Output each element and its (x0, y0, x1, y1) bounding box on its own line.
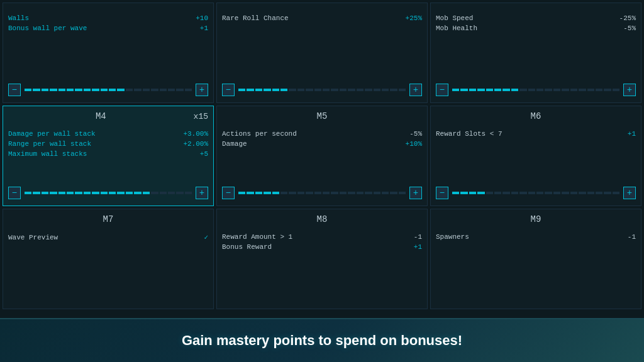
slider-minus-btn[interactable]: − (222, 187, 235, 199)
slider-minus-btn[interactable]: − (436, 84, 448, 96)
slider-dash-16 (160, 89, 167, 91)
slider-dash-2 (469, 192, 476, 194)
slider-plus-btn[interactable]: + (623, 187, 636, 199)
card-row-0: Reward Slots < 7 +1 (436, 129, 636, 139)
row-label-0: Actions per second (222, 130, 297, 138)
card-title: M6 (436, 111, 636, 121)
card-header: M4 x15 (8, 111, 208, 124)
slider-plus-btn[interactable]: + (409, 84, 422, 96)
slider-dash-11 (331, 89, 338, 91)
card-row-0: Mob Speed -25% (436, 13, 636, 23)
slider-dash-1 (460, 192, 467, 194)
slider-dash-12 (340, 192, 347, 194)
slider-minus-btn[interactable]: − (8, 187, 21, 199)
card-header: M9 (436, 214, 636, 227)
slider-dash-0 (452, 192, 459, 194)
row-value-1: +10% (406, 140, 422, 148)
card-content: M7 Wave Preview ✓ (8, 214, 208, 268)
slider-dash-12 (340, 89, 347, 91)
slider-plus-btn[interactable]: + (409, 187, 422, 199)
row-value-0: ✓ (204, 233, 208, 241)
slider-dash-11 (331, 192, 338, 194)
card-content: M9 Spawners -1 (436, 214, 636, 267)
card-title: M4 (8, 111, 194, 121)
slider-track (25, 89, 192, 91)
row-label-1: Bonus Reward (222, 243, 272, 251)
slider-dash-19 (399, 192, 406, 194)
slider-dash-5 (280, 89, 287, 91)
card-row-1: Bonus wall per wave +1 (8, 23, 208, 33)
slider-dash-8 (306, 89, 313, 91)
slider-dash-4 (58, 192, 65, 194)
row-label-0: Damage per wall stack (8, 130, 96, 138)
slider-minus-btn[interactable]: − (8, 84, 21, 96)
card-content: Walls +10 Bonus wall per wave +1 (8, 8, 208, 58)
slider-dash-13 (562, 89, 569, 91)
slider-plus-btn[interactable]: + (623, 84, 636, 96)
slider-dash-14 (143, 192, 150, 194)
slider-dash-9 (314, 192, 321, 194)
row-label-1: Bonus wall per wave (8, 25, 87, 32)
slider-dash-12 (126, 89, 133, 91)
card-m3-top: Mob Speed -25% Mob Health -5% − + (430, 3, 641, 103)
slider-dash-17 (382, 192, 389, 194)
slider-track (452, 192, 619, 194)
slider-minus-btn[interactable]: − (222, 84, 235, 96)
slider-dash-9 (528, 192, 535, 194)
card-header: M8 (222, 214, 422, 227)
slider-dash-3 (477, 89, 484, 91)
slider-container: − + (436, 79, 636, 96)
row-label-0: Spawners (436, 233, 469, 241)
slider-dash-1 (33, 192, 40, 194)
slider-dash-13 (348, 192, 355, 194)
row-value-1: -5% (623, 25, 636, 32)
slider-dash-0 (25, 89, 31, 91)
main-grid: Walls +10 Bonus wall per wave +1 − + Rar… (0, 0, 644, 312)
slider-dash-13 (134, 192, 141, 194)
slider-dash-9 (528, 89, 535, 91)
card-title: M5 (222, 111, 422, 121)
slider-dash-18 (176, 89, 183, 91)
slider-plus-btn[interactable]: + (196, 187, 208, 199)
slider-dash-11 (117, 89, 124, 91)
slider-dash-0 (25, 192, 31, 194)
slider-dash-4 (272, 192, 279, 194)
row-value-1: +1 (414, 243, 422, 251)
card-row-0: Walls +10 (8, 13, 208, 23)
slider-dash-10 (323, 192, 330, 194)
slider-dash-13 (134, 89, 141, 91)
slider-track (452, 89, 619, 91)
slider-container: − + (222, 182, 422, 199)
slider-dash-12 (553, 89, 560, 91)
card-row-0: Wave Preview ✓ (8, 232, 208, 243)
slider-dash-6 (502, 89, 509, 91)
slider-dash-16 (587, 89, 594, 91)
slider-dash-15 (579, 192, 586, 194)
slider-dash-10 (536, 89, 543, 91)
slider-dash-17 (168, 192, 175, 194)
card-row-0: Rare Roll Chance +25% (222, 13, 422, 23)
row-label-1: Mob Health (436, 25, 477, 32)
slider-dash-10 (109, 192, 116, 194)
row-label-1: Damage (222, 140, 247, 148)
slider-dash-7 (84, 192, 91, 194)
card-row-0: Spawners -1 (436, 232, 636, 242)
slider-plus-btn[interactable]: + (196, 84, 208, 96)
bottom-bar: Gain mastery points to spend on bonuses! (0, 318, 644, 362)
slider-minus-btn[interactable]: − (436, 187, 448, 199)
slider-dash-1 (33, 89, 40, 91)
slider-dash-18 (390, 89, 397, 91)
card-row-0: Damage per wall stack +3.00% (8, 129, 208, 139)
slider-dash-4 (58, 89, 65, 91)
slider-dash-8 (92, 192, 99, 194)
slider-dash-19 (613, 89, 619, 91)
card-content: Mob Speed -25% Mob Health -5% (436, 8, 636, 58)
row-label-0: Rare Roll Chance (222, 14, 289, 22)
slider-container: − + (8, 79, 208, 96)
row-label-0: Walls (8, 14, 29, 22)
slider-dash-2 (255, 192, 262, 194)
slider-dash-12 (553, 192, 560, 194)
slider-dash-19 (185, 89, 192, 91)
slider-dash-11 (545, 89, 552, 91)
row-value-0: +10 (196, 14, 208, 22)
